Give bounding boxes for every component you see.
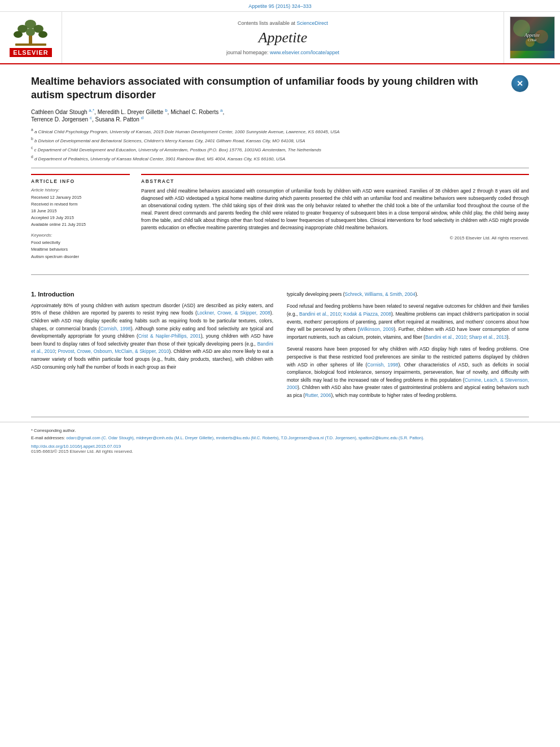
sciencedirect-link[interactable]: ScienceDirect (297, 20, 329, 26)
ref-sharp[interactable]: Sharp et al., 2013 (469, 334, 507, 340)
intro-section-title: 1. Introduction (31, 291, 273, 298)
homepage-link[interactable]: www.elsevier.com/locate/appet (270, 50, 339, 55)
crossmark-icon: ✕ (511, 75, 528, 92)
crossmark-badge[interactable]: ✕ (511, 75, 529, 93)
publisher-logo-area: ELSEVIER (0, 12, 62, 63)
author-cathleen: Cathleen Odar Stough (31, 109, 89, 115)
body-para-4: Several reasons have been proposed for w… (287, 346, 529, 399)
authors-line: Cathleen Odar Stough a,*, Meredith L. Dr… (31, 108, 529, 123)
email-note: E-mail addresses: odarc@gmail.com (C. Od… (31, 435, 529, 440)
abstract-text: Parent and child mealtime behaviors asso… (141, 187, 529, 232)
keyword-1: Food selectivity (31, 239, 130, 247)
journal-citation-bar: Appetite 95 (2015) 324–333 (0, 0, 560, 12)
affil-c: c c Department of Child Development and … (31, 145, 529, 153)
affil-a: a a Clinical Child Psychology Program, U… (31, 127, 529, 135)
article-info-box: ARTICLE INFO Article history: Received 1… (31, 174, 130, 261)
history-title: Article history: (31, 187, 130, 193)
author-susana: Susana R. Patton (95, 116, 141, 123)
article-history: Article history: Received 12 January 201… (31, 187, 130, 228)
footer-section: * Corresponding author. E-mail addresses… (0, 422, 560, 460)
author-michael: Michael C. Roberts (170, 109, 220, 115)
keyword-3: Autism spectrum disorder (31, 254, 130, 261)
ref-rutter[interactable]: Rutter, 2006 (305, 392, 331, 398)
journal-thumbnail: Appetite CHat (510, 16, 555, 59)
email-link[interactable]: odarc@gmail.com (C. Odar Stough), mldrey… (66, 435, 424, 440)
doi-link[interactable]: http://dx.doi.org/10.1016/j.appet.2015.0… (31, 444, 121, 449)
svg-point-5 (26, 28, 35, 36)
journal-thumbnail-area: Appetite CHat (504, 12, 560, 63)
journal-citation: Appetite 95 (2015) 324–333 (248, 3, 312, 9)
keyword-2: Mealtime behaviors (31, 246, 130, 254)
journal-title-area: Contents lists available at ScienceDirec… (62, 12, 504, 63)
body-para-3: Food refusal and feeding problems have b… (287, 303, 529, 341)
received-revised-label: Received in revised form (31, 201, 130, 208)
article-info-header: ARTICLE INFO (31, 178, 130, 184)
svg-rect-7 (29, 36, 32, 43)
elsevier-tree-icon (12, 19, 49, 48)
article-info-col: ARTICLE INFO Article history: Received 1… (31, 174, 130, 268)
keywords-section: Keywords: Food selectivity Mealtime beha… (31, 233, 130, 261)
received-revised-date: 18 June 2015 (31, 208, 130, 215)
footer-divider (31, 417, 529, 417)
svg-point-6 (38, 31, 47, 38)
copyright-line: © 2015 Elsevier Ltd. All rights reserved… (141, 235, 529, 241)
divider-after-affiliations (31, 168, 529, 168)
divider-body (31, 274, 529, 275)
ref-wilkinson[interactable]: Wilkinson, 2009 (360, 326, 394, 332)
author-terrence: Terrence D. Jorgensen (31, 116, 90, 123)
ref-crist[interactable]: Crist & Napler-Phillips, 2001 (138, 333, 201, 339)
corresponding-note: * Corresponding author. (31, 428, 529, 433)
keywords-label: Keywords: (31, 233, 130, 238)
accepted-date: Accepted 19 July 2015 (31, 215, 130, 221)
abstract-header: ABSTRACT (141, 178, 529, 184)
affil-b: b b Division of Developmental and Behavi… (31, 136, 529, 144)
homepage-line: journal homepage: www.elsevier.com/locat… (226, 50, 339, 55)
journal-title: Appetite (259, 29, 308, 46)
journal-header: ELSEVIER Contents lists available at Sci… (0, 12, 560, 64)
ref-cornish[interactable]: Cornish, 1998 (100, 326, 131, 331)
info-abstract-cols: ARTICLE INFO Article history: Received 1… (31, 174, 529, 268)
body-right-col: typically developing peers (Schreck, Wil… (287, 291, 529, 404)
doi-line: http://dx.doi.org/10.1016/j.appet.2015.0… (31, 444, 529, 449)
ref-lockner[interactable]: Lockner, Crowe, & Skipper, 2008 (197, 310, 270, 316)
thumb-overlay-text: CHat (526, 38, 538, 42)
abstract-col: ABSTRACT Parent and child mealtime behav… (141, 174, 529, 268)
received-date: Received 12 January 2015 (31, 194, 130, 201)
body-para-2: typically developing peers (Schreck, Wil… (287, 291, 529, 299)
svg-point-4 (14, 31, 23, 38)
elsevier-label: ELSEVIER (10, 48, 51, 57)
affil-d: d d Department of Pediatrics, University… (31, 154, 529, 162)
ref-schreck[interactable]: Schreck, Williams, & Smith, 2004 (345, 291, 415, 297)
svg-rect-8 (15, 43, 46, 46)
issn-line: 0195-6663/© 2015 Elsevier Ltd. All right… (31, 449, 529, 454)
body-para-1: Approximately 80% of young children with… (31, 302, 273, 371)
ref-bandini2[interactable]: Bandini et al., 2010 (299, 311, 341, 317)
ref-provost[interactable]: Provost, Crowe, Osbourn, McClain, & Skip… (58, 348, 169, 354)
body-section: 1. Introduction Approximately 80% of you… (0, 282, 560, 413)
ref-kodak[interactable]: Kodak & Piazza, 2008 (344, 311, 391, 317)
page: Appetite 95 (2015) 324–333 ELSEVIER (0, 0, 560, 747)
affiliations: a a Clinical Child Psychology Program, U… (31, 127, 529, 161)
body-two-col: 1. Introduction Approximately 80% of you… (31, 291, 529, 404)
article-title-row: Mealtime behaviors associated with consu… (31, 75, 529, 102)
article-section: Mealtime behaviors associated with consu… (0, 64, 560, 268)
body-left-col: 1. Introduction Approximately 80% of you… (31, 291, 273, 404)
article-title: Mealtime behaviors associated with consu… (31, 75, 504, 102)
abstract-box: ABSTRACT Parent and child mealtime behav… (141, 174, 529, 241)
ref-cornish2[interactable]: Cornish, 1998 (367, 362, 398, 368)
ref-bandini3[interactable]: Bandini et al., 2010 (425, 334, 466, 340)
ref-cumine[interactable]: Cumine, Leach, & Stevenson, 2000 (287, 377, 529, 391)
thumb-title-text: Appetite (524, 33, 540, 38)
author-meredith: Meredith L. Dreyer Gillette (98, 109, 165, 115)
available-online-date: Available online 21 July 2015 (31, 221, 130, 228)
elsevier-logo: ELSEVIER (10, 19, 51, 57)
contents-line: Contents lists available at ScienceDirec… (238, 20, 328, 26)
